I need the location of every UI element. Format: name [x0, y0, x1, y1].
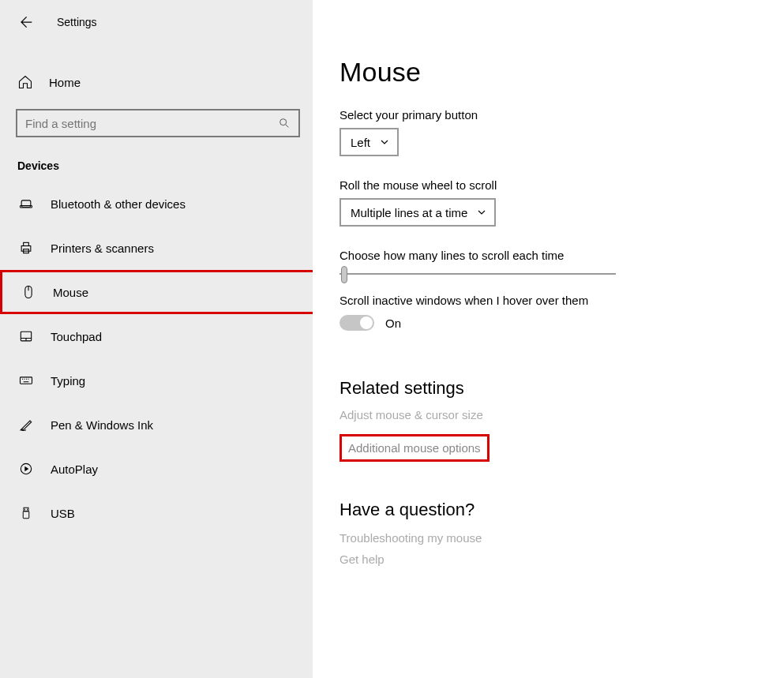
link-get-help[interactable]: Get help [339, 553, 784, 566]
chevron-down-icon [477, 208, 486, 217]
select-value: Multiple lines at a time [351, 206, 467, 219]
svg-rect-11 [23, 511, 29, 519]
sidebar-item-autoplay[interactable]: AutoPlay [0, 447, 316, 491]
primary-button-select[interactable]: Left [339, 128, 399, 156]
sidebar-item-printers[interactable]: Printers & scanners [0, 226, 316, 270]
link-adjust-cursor[interactable]: Adjust mouse & cursor size [339, 408, 784, 421]
pen-icon [17, 416, 35, 433]
sidebar-item-mouse[interactable]: Mouse [0, 270, 316, 314]
back-arrow-icon[interactable] [16, 13, 35, 32]
have-a-question-heading: Have a question? [339, 500, 784, 520]
sidebar-item-home[interactable]: Home [0, 66, 316, 98]
link-additional-mouse-options[interactable]: Additional mouse options [339, 434, 490, 462]
svg-rect-4 [24, 242, 29, 245]
sidebar-item-pen[interactable]: Pen & Windows Ink [0, 403, 316, 447]
sidebar-nav: Bluetooth & other devices Printers & sca… [0, 182, 316, 535]
sidebar-item-label: Bluetooth & other devices [51, 197, 186, 211]
lines-slider[interactable] [339, 273, 616, 275]
sidebar-section-devices: Devices [0, 137, 316, 182]
sidebar-item-label: Touchpad [51, 330, 102, 343]
sidebar-item-typing[interactable]: Typing [0, 358, 316, 403]
window-title: Settings [57, 16, 97, 28]
main-content: Mouse Select your primary button Left Ro… [316, 0, 784, 678]
slider-track [339, 273, 616, 275]
svg-rect-8 [21, 377, 32, 384]
sidebar-item-label: USB [51, 507, 75, 520]
svg-point-0 [280, 119, 287, 125]
hover-toggle-value: On [385, 317, 401, 330]
svg-rect-10 [24, 508, 28, 511]
related-settings-heading: Related settings [339, 378, 784, 399]
bluetooth-icon [17, 195, 35, 212]
hover-toggle-row: On [339, 315, 784, 331]
chevron-down-icon [380, 137, 389, 147]
keyboard-icon [17, 372, 35, 389]
search-box[interactable] [16, 109, 300, 137]
hover-label: Scroll inactive windows when I hover ove… [339, 294, 784, 307]
search-icon [278, 117, 291, 129]
scroll-mode-select[interactable]: Multiple lines at a time [339, 198, 496, 227]
sidebar-item-usb[interactable]: USB [0, 491, 316, 535]
sidebar-item-label: AutoPlay [51, 463, 98, 476]
sidebar-item-label: Printers & scanners [51, 242, 154, 255]
home-icon [17, 74, 33, 90]
sidebar-item-bluetooth[interactable]: Bluetooth & other devices [0, 182, 316, 226]
home-label: Home [49, 76, 81, 89]
mouse-icon [20, 283, 37, 301]
lines-label: Choose how many lines to scroll each tim… [339, 249, 784, 262]
hover-toggle[interactable] [339, 315, 374, 331]
select-value: Left [351, 136, 370, 149]
search-input[interactable] [25, 117, 278, 130]
primary-button-label: Select your primary button [339, 108, 784, 122]
window-header: Settings [0, 8, 316, 36]
slider-thumb[interactable] [341, 266, 347, 283]
svg-rect-3 [21, 246, 31, 252]
sidebar-item-label: Typing [51, 374, 85, 388]
autoplay-icon [17, 460, 35, 478]
link-troubleshoot-mouse[interactable]: Troubleshooting my mouse [339, 531, 784, 545]
sidebar-item-label: Pen & Windows Ink [51, 418, 153, 432]
page-title: Mouse [339, 57, 784, 88]
usb-icon [17, 504, 35, 522]
sidebar-item-touchpad[interactable]: Touchpad [0, 314, 316, 358]
scroll-mode-label: Roll the mouse wheel to scroll [339, 178, 784, 192]
search-container [16, 109, 300, 137]
sidebar-item-label: Mouse [53, 286, 88, 299]
touchpad-icon [17, 328, 35, 345]
sidebar: Settings Home Devices Bluetooth & other … [0, 0, 316, 678]
printer-icon [17, 239, 35, 257]
toggle-knob [360, 317, 373, 329]
